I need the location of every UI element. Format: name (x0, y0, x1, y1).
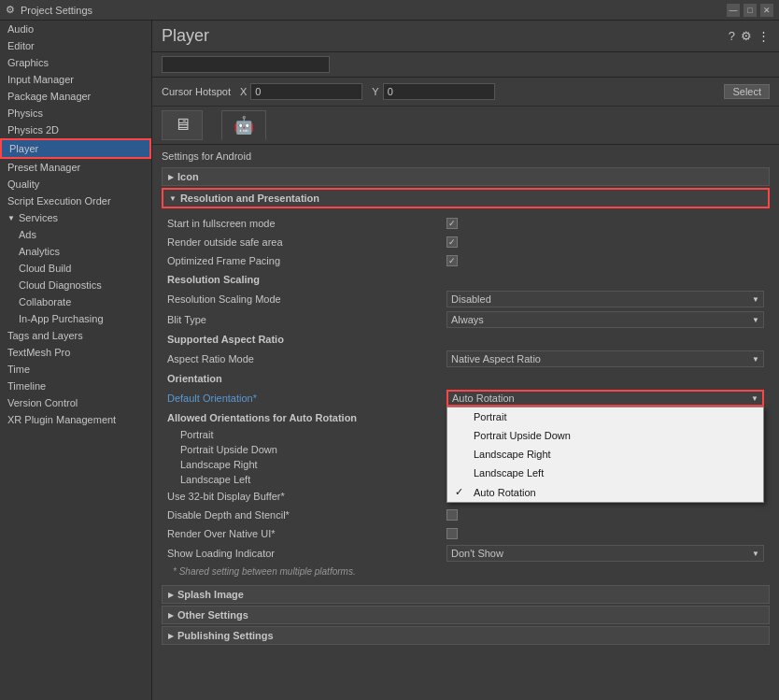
render-native-checkbox[interactable] (446, 528, 458, 539)
maximize-button[interactable]: □ (744, 4, 757, 17)
landscape-right-item-label: Landscape Right (180, 459, 258, 470)
blit-type-dropdown[interactable]: Always ▼ (446, 311, 764, 328)
safe-area-checkbox[interactable] (446, 236, 458, 248)
blit-type-value: Always (451, 314, 484, 325)
fullscreen-checkbox[interactable] (446, 218, 458, 229)
popup-item-landscape-left[interactable]: Landscape Left (447, 464, 763, 482)
landscape-right-check-icon (455, 449, 468, 460)
x-input[interactable] (250, 83, 362, 100)
render-native-control (446, 528, 764, 539)
sidebar-item-xr-plugin-management[interactable]: XR Plugin Management (0, 411, 151, 428)
show-loading-label: Show Loading Indicator (167, 548, 446, 559)
safe-area-label: Render outside safe area (167, 236, 446, 248)
sidebar-item-script-execution-order[interactable]: Script Execution Order (0, 193, 151, 209)
sidebar-item-physics[interactable]: Physics (0, 105, 151, 121)
sidebar-item-ads[interactable]: Ads (0, 226, 151, 243)
other-section-title: Other Settings (177, 609, 248, 621)
android-icon: 🤖 (234, 115, 254, 136)
icon-section-header[interactable]: ▶ Icon (162, 167, 770, 186)
portrait-item-label: Portrait (180, 429, 213, 440)
sidebar-item-graphics[interactable]: Graphics (0, 54, 151, 71)
show-loading-control: Don't Show ▼ (446, 545, 764, 562)
default-orientation-container: Auto Rotation ▼ Portrait Portrait (446, 390, 764, 407)
landscape-left-check-icon (455, 467, 468, 479)
disable-depth-control (446, 509, 764, 521)
settings-icon[interactable]: ⚙ (741, 29, 752, 43)
popup-item-landscape-right[interactable]: Landscape Right (447, 445, 763, 464)
minimize-button[interactable]: — (727, 4, 740, 17)
sidebar-item-preset-manager[interactable]: Preset Manager (0, 159, 151, 176)
splash-section-header[interactable]: ▶ Splash Image (162, 585, 770, 604)
aspect-mode-value: Native Aspect Ratio (451, 353, 541, 364)
default-orientation-arrow-icon: ▼ (751, 394, 758, 403)
popup-portrait-label: Portrait (474, 411, 506, 422)
select-button[interactable]: Select (724, 84, 770, 99)
y-input[interactable] (383, 83, 495, 100)
sidebar-item-analytics[interactable]: Analytics (0, 243, 151, 260)
sidebar-item-timeline[interactable]: Timeline (0, 378, 151, 394)
resolution-section-title: Resolution and Presentation (180, 193, 319, 204)
popup-item-auto-rotation[interactable]: ✓ Auto Rotation (447, 482, 763, 502)
tab-android[interactable]: 🤖 (221, 110, 266, 140)
scaling-mode-dropdown[interactable]: Disabled ▼ (446, 291, 764, 307)
splash-section-title: Splash Image (177, 589, 244, 600)
landscape-left-item-label: Landscape Left (180, 474, 250, 485)
sidebar-item-quality[interactable]: Quality (0, 176, 151, 193)
sidebar-item-version-control[interactable]: Version Control (0, 394, 151, 411)
sidebar-item-physics-2d[interactable]: Physics 2D (0, 121, 151, 138)
render-native-label: Render Over Native UI* (167, 528, 446, 539)
sidebar-item-cloud-build[interactable]: Cloud Build (0, 260, 151, 277)
page-title: Player (162, 26, 209, 46)
frame-pacing-row: Optimized Frame Pacing (167, 251, 764, 270)
orientation-dropdown-popup: Portrait Portrait Upside Down Landscape … (446, 407, 764, 503)
popup-landscape-right-label: Landscape Right (474, 449, 551, 460)
resolution-scaling-header: Resolution Scaling (167, 274, 764, 285)
popup-item-portrait-upside[interactable]: Portrait Upside Down (447, 426, 763, 445)
sidebar: Audio Editor Graphics Input Manager Pack… (0, 21, 152, 700)
sidebar-item-cloud-diagnostics[interactable]: Cloud Diagnostics (0, 277, 151, 293)
show-loading-dropdown[interactable]: Don't Show ▼ (446, 545, 764, 562)
show-loading-arrow-icon: ▼ (752, 550, 759, 558)
frame-pacing-checkbox[interactable] (446, 255, 458, 266)
disable-depth-checkbox[interactable] (446, 509, 458, 521)
tab-desktop[interactable]: 🖥 (162, 110, 203, 140)
auto-rotation-check-icon: ✓ (455, 486, 468, 498)
other-section-collapse-icon: ▶ (168, 611, 174, 620)
sidebar-item-input-manager[interactable]: Input Manager (0, 71, 151, 88)
sidebar-item-player[interactable]: Player (0, 138, 151, 159)
cursor-hotspot-label: Cursor Hotspot (162, 86, 231, 97)
platform-tabs: 🖥 🤖 (152, 107, 779, 145)
popup-landscape-left-label: Landscape Left (474, 467, 544, 479)
aspect-ratio-header-row: Supported Aspect Ratio (167, 330, 764, 349)
sidebar-item-time[interactable]: Time (0, 361, 151, 378)
sidebar-item-collaborate[interactable]: Collaborate (0, 293, 151, 310)
search-input[interactable] (162, 56, 330, 73)
sidebar-item-audio[interactable]: Audio (0, 21, 151, 37)
more-icon[interactable]: ⋮ (758, 29, 770, 43)
content-topbar: Player ? ⚙ ⋮ (152, 21, 779, 52)
publishing-section-header[interactable]: ▶ Publishing Settings (162, 626, 770, 645)
resolution-content: Start in fullscreen mode Render outside … (162, 210, 770, 583)
help-icon[interactable]: ? (729, 29, 735, 43)
resolution-scaling-header-row: Resolution Scaling (167, 270, 764, 289)
aspect-mode-dropdown[interactable]: Native Aspect Ratio ▼ (446, 350, 764, 367)
title-bar-text: Project Settings (21, 5, 92, 16)
other-section-header[interactable]: ▶ Other Settings (162, 606, 770, 624)
content-area: Player ? ⚙ ⋮ Cursor Hotspot X Y Select (152, 21, 779, 700)
sidebar-item-in-app-purchasing[interactable]: In-App Purchasing (0, 310, 151, 327)
resolution-section-header[interactable]: ▼ Resolution and Presentation (162, 188, 770, 208)
aspect-ratio-header: Supported Aspect Ratio (167, 334, 764, 345)
sidebar-item-services[interactable]: ▼ Services (0, 209, 151, 226)
sidebar-item-package-manager[interactable]: Package Manager (0, 88, 151, 105)
show-loading-row: Show Loading Indicator Don't Show ▼ (167, 543, 764, 564)
sidebar-item-tags-and-layers[interactable]: Tags and Layers (0, 327, 151, 344)
sidebar-item-textmesh-pro[interactable]: TextMesh Pro (0, 344, 151, 361)
popup-item-portrait[interactable]: Portrait (447, 407, 763, 426)
sidebar-item-editor[interactable]: Editor (0, 37, 151, 54)
title-bar-controls: — □ ✕ (727, 4, 773, 17)
close-button[interactable]: ✕ (760, 4, 773, 17)
scaling-mode-control: Disabled ▼ (446, 291, 764, 307)
default-orientation-row: Default Orientation* Auto Rotation ▼ Por… (167, 388, 764, 408)
aspect-mode-label: Aspect Ratio Mode (167, 353, 446, 364)
default-orientation-dropdown[interactable]: Auto Rotation ▼ (446, 390, 764, 407)
